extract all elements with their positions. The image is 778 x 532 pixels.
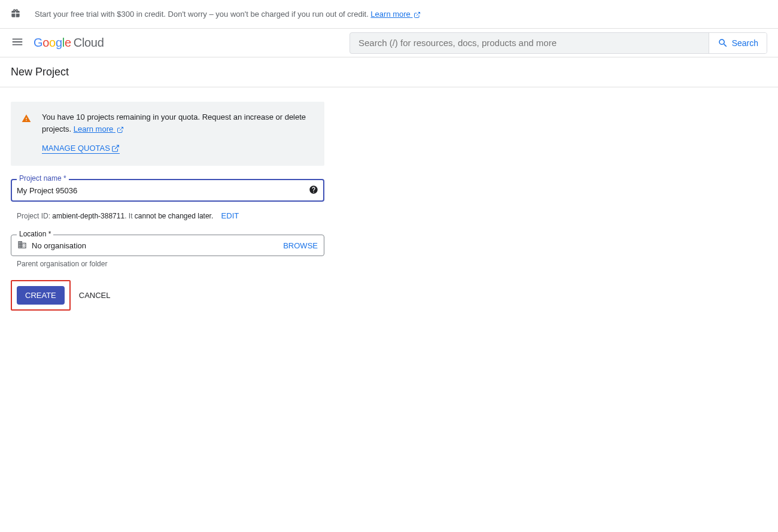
notice-learn-more-link[interactable]: Learn more: [74, 124, 124, 133]
search-bar: Search: [350, 32, 767, 54]
project-id-value: ambient-depth-388711: [52, 212, 124, 220]
browse-button[interactable]: BROWSE: [283, 241, 318, 250]
create-highlight-box: CREATE: [11, 280, 71, 311]
project-name-label: Project name *: [17, 174, 69, 183]
search-icon: [718, 38, 728, 48]
location-helper: Parent organisation or folder: [11, 256, 324, 268]
page-title: New Project: [11, 66, 767, 78]
warning-icon: [22, 114, 31, 154]
project-id-hint: Project ID: ambient-depth-388711. It can…: [11, 206, 324, 220]
cancel-button[interactable]: CANCEL: [79, 291, 111, 300]
manage-quotas-link[interactable]: MANAGE QUOTAS: [42, 144, 120, 154]
notice-body: You have 10 projects remaining in your q…: [42, 111, 314, 154]
location-value: No organisation: [32, 241, 278, 250]
promo-learn-more-link[interactable]: Learn more: [370, 10, 421, 19]
content-area: You have 10 projects remaining in your q…: [0, 87, 335, 325]
gift-icon: [11, 8, 20, 20]
organization-icon: [17, 240, 27, 251]
edit-project-id-link[interactable]: EDIT: [221, 211, 239, 220]
external-link-icon: [117, 126, 124, 133]
promo-text: Start your free trial with $300 in credi…: [35, 10, 370, 19]
location-outline: No organisation BROWSE: [11, 235, 324, 256]
external-link-icon: [414, 11, 421, 19]
menu-icon[interactable]: [11, 35, 24, 50]
action-row: CREATE CANCEL: [11, 280, 324, 311]
promo-text-wrap: Start your free trial with $300 in credi…: [35, 10, 421, 19]
svg-line-1: [120, 127, 123, 130]
project-name-input[interactable]: [17, 186, 309, 195]
project-name-field: Project name *: [11, 179, 324, 202]
google-cloud-logo[interactable]: Google Cloud: [34, 36, 104, 50]
create-button[interactable]: CREATE: [17, 286, 65, 305]
location-field: Location * No organisation BROWSE: [11, 235, 324, 256]
external-link-icon: [111, 144, 120, 153]
app-bar: Google Cloud Search: [0, 29, 778, 57]
page-header: New Project: [0, 57, 778, 87]
location-label: Location *: [17, 230, 53, 238]
svg-line-0: [417, 12, 420, 16]
search-input[interactable]: [350, 33, 709, 53]
search-button[interactable]: Search: [709, 33, 767, 53]
promo-bar: Start your free trial with $300 in credi…: [0, 0, 778, 29]
help-icon[interactable]: [309, 185, 318, 196]
svg-line-2: [115, 145, 118, 149]
quota-notice: You have 10 projects remaining in your q…: [11, 102, 324, 166]
